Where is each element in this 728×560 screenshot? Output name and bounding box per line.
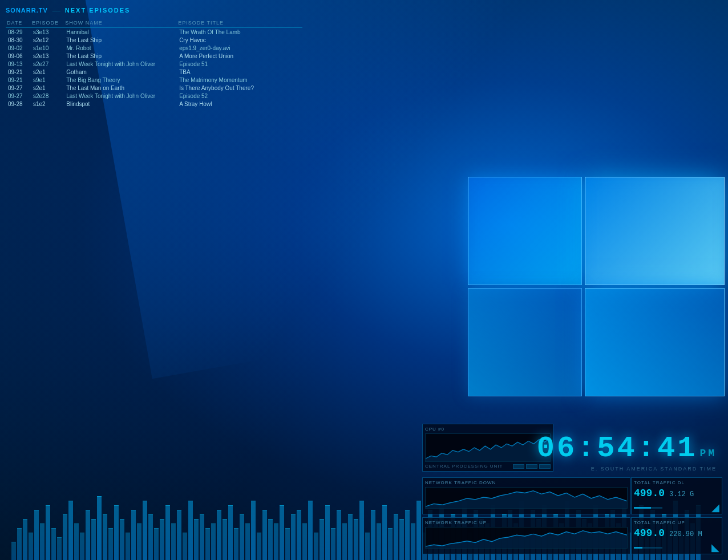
cell-title: Is There Anybody Out There? [177, 84, 302, 92]
bar-item [165, 505, 170, 560]
bar-item [240, 514, 244, 560]
cell-title: eps1.9_zer0-day.avi [177, 44, 302, 52]
cell-show: Hannibal [64, 28, 177, 36]
bar-item [359, 501, 364, 560]
cell-show: The Last Man on Earth [64, 84, 177, 92]
clock-widget: 06:54:41PM E. SOUTH AMERICA STANDARD TIM… [537, 434, 717, 472]
bar-item [411, 524, 415, 560]
cell-episode: s2e12 [31, 36, 64, 44]
traffic-dl-value: 499.0 [634, 488, 665, 499]
network-up-title: NETWORK TRAFFIC UP [425, 520, 628, 525]
bar-item [325, 505, 330, 560]
bar-item [416, 501, 421, 560]
bar-item [377, 524, 381, 560]
traffic-dl-secondary: 3.12 G [669, 490, 694, 498]
sonarr-widget: SONARR.TV — NEXT EPISODES DATE EPISODE S… [6, 6, 302, 108]
bar-item [114, 505, 119, 560]
bar-item [108, 528, 113, 560]
equalizer-bar-chart [0, 463, 388, 560]
bar-item [314, 533, 318, 560]
bar-item [268, 519, 273, 560]
bar-item [234, 528, 238, 560]
traffic-dl-footer: ◢ [634, 501, 719, 514]
cell-episode: s2e1 [31, 68, 64, 76]
cell-date: 09-27 [6, 84, 31, 92]
cell-episode: s2e28 [31, 92, 64, 100]
table-row: 08-29 s3e13 Hannibal The Wrath Of The La… [6, 28, 302, 36]
bar-item [80, 533, 84, 560]
col-header-title: EPISODE TITLE [177, 19, 302, 28]
bar-item [285, 528, 290, 560]
traffic-ul-bar [634, 547, 662, 549]
bar-item [103, 514, 107, 560]
bar-item [63, 514, 67, 560]
cell-show: The Last Ship [64, 36, 177, 44]
cell-date: 09-13 [6, 60, 31, 68]
cell-date: 09-02 [6, 44, 31, 52]
cell-episode: s1e2 [31, 100, 64, 108]
traffic-dl-bar [634, 507, 662, 509]
table-row: 09-02 s1e10 Mr. Robot eps1.9_zer0-day.av… [6, 44, 302, 52]
traffic-ul-secondary: 220.90 M [669, 530, 702, 538]
bar-item [302, 524, 307, 560]
bar-item [34, 510, 39, 560]
bar-item [68, 501, 73, 560]
bar-item [217, 510, 221, 560]
table-row: 09-06 s2e13 The Last Ship A More Perfect… [6, 52, 302, 60]
bar-item [211, 524, 216, 560]
bar-item [245, 524, 250, 560]
clock-seconds: 41 [657, 432, 697, 465]
traffic-ul-widget: TOTAL TRAFFIC UP 499.0 220.90 M ◣ [631, 517, 722, 554]
cpu-btn-1[interactable] [513, 464, 524, 469]
network-down-graph [425, 487, 628, 509]
cell-episode: s2e27 [31, 60, 64, 68]
traffic-dl-widget: TOTAL TRAFFIC DL 499.0 3.12 G ◢ [631, 477, 722, 514]
sonarr-table: DATE EPISODE SHOW NAME EPISODE TITLE 08-… [6, 19, 302, 108]
cell-show: Last Week Tonight with John Oliver [64, 60, 177, 68]
cpu-widget-footer: CENTRAL PROCESSING UNIT [425, 464, 551, 469]
bar-item [17, 528, 22, 560]
cell-title: The Wrath Of The Lamb [177, 28, 302, 36]
traffic-ul-value: 499.0 [634, 527, 665, 539]
cpu-footer-label: CENTRAL PROCESSING UNIT [425, 464, 503, 469]
bar-item [194, 519, 199, 560]
traffic-ul-bar-fill [634, 547, 642, 549]
bar-item [171, 524, 176, 560]
table-row: 09-13 s2e27 Last Week Tonight with John … [6, 60, 302, 68]
bar-item [280, 505, 284, 560]
bar-item [348, 514, 353, 560]
sonarr-header: SONARR.TV — NEXT EPISODES [6, 6, 302, 15]
bar-item [342, 524, 347, 560]
bar-item [205, 528, 210, 560]
cpu-btn-2[interactable] [526, 464, 537, 469]
sonarr-logo: SONARR.TV [6, 7, 48, 14]
sonarr-divider: — [52, 6, 60, 15]
traffic-dl-title: TOTAL TRAFFIC DL [634, 480, 719, 485]
traffic-ul-values: 499.0 220.90 M [634, 527, 719, 539]
cell-date: 09-27 [6, 92, 31, 100]
wifi-ul-icon: ◣ [711, 541, 719, 554]
cell-episode: s2e13 [31, 52, 64, 60]
bar-item [86, 510, 90, 560]
bar-item [371, 510, 375, 560]
bar-item [297, 510, 301, 560]
bar-item [354, 519, 358, 560]
cell-date: 08-30 [6, 36, 31, 44]
clock-timezone: E. SOUTH AMERICA STANDARD TIME [537, 466, 717, 472]
bar-item [29, 533, 33, 560]
bar-item [148, 514, 153, 560]
bar-item [388, 528, 393, 560]
bar-item [337, 510, 341, 560]
sonarr-table-body: 08-29 s3e13 Hannibal The Wrath Of The La… [6, 28, 302, 108]
bar-item [399, 519, 404, 560]
bar-item [319, 519, 324, 560]
cell-date: 09-21 [6, 76, 31, 84]
bar-item [291, 514, 296, 560]
cell-show: Gotham [64, 68, 177, 76]
table-row: 09-28 s1e2 Blindspot A Stray Howl [6, 100, 302, 108]
bar-item [131, 510, 136, 560]
bar-item [177, 510, 181, 560]
sonarr-section-title: NEXT EPISODES [65, 7, 131, 14]
traffic-dl-bar-fill [634, 507, 651, 509]
bar-item [308, 501, 313, 560]
